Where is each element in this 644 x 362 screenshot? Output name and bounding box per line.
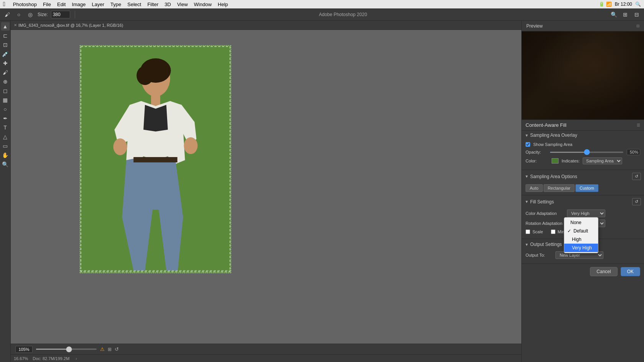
opacity-value[interactable]: 50% (627, 149, 640, 155)
dropdown-default[interactable]: Default (564, 227, 598, 235)
brush-tool[interactable]: 🖌 (1, 68, 10, 77)
preview-image-area (522, 31, 644, 120)
clone-tool[interactable]: ⊕ (1, 77, 10, 86)
menu-file[interactable]: File (40, 0, 54, 8)
hand-tool[interactable]: ✋ (1, 151, 10, 159)
custom-btn[interactable]: Custom (575, 184, 598, 192)
menu-type[interactable]: Type (107, 0, 124, 8)
dodge-tool[interactable]: ○ (1, 105, 10, 113)
tab-close-btn[interactable]: ✕ (14, 23, 17, 27)
color-adaptation-dropdown[interactable]: None Default High Very High (564, 217, 598, 253)
document-tab-bar: ✕ IMG_6343_плохой_фон.tif @ 16,7% (Layer… (11, 21, 521, 30)
zoom-fit-icon[interactable]: ⊞ (108, 347, 112, 352)
scale-label: Scale (532, 229, 543, 234)
gradient-tool[interactable]: ▦ (1, 96, 10, 104)
color-swatch[interactable] (552, 158, 559, 164)
rectangular-btn[interactable]: Rectangular (544, 184, 575, 192)
menu-3d[interactable]: 3D (161, 0, 174, 8)
search-icon[interactable]: 🔍 (635, 2, 641, 7)
menu-window[interactable]: Window (191, 0, 215, 8)
workspace-btn[interactable]: ⊞ (621, 10, 629, 19)
doc-info: Doc: 82.7M/199.2M (33, 356, 69, 361)
sampling-overlay-toggle: ▼ (525, 133, 529, 138)
shape-tool[interactable]: ▭ (1, 142, 10, 150)
main-area: ▲ ⊏ ⊡ 💉 ✚ 🖌 ⊕ ◻ ▦ ○ ✒ T △ ▭ ✋ 🔍 ✕ IMG_63… (0, 21, 644, 362)
mode-btn[interactable]: ○ (15, 10, 23, 19)
canvas-content[interactable]: 16.67% Doc: 82.7M/199.2M › ⚠ ⊞ ↺ (11, 30, 521, 362)
opacity-row: Opacity: 50% (526, 149, 640, 155)
eraser-tool[interactable]: ◻ (1, 87, 10, 95)
preview-panel-header: Preview ⊟ (522, 21, 644, 31)
divider-2 (522, 195, 644, 195)
preview-gradient (522, 31, 644, 120)
window-title: Adobe Photoshop 2020 (80, 12, 606, 17)
indicates-label: Indicates: (562, 159, 580, 163)
selection-tool[interactable]: ▲ (1, 22, 10, 31)
svg-rect-7 (133, 157, 177, 162)
output-settings-toggle: ▼ (525, 242, 529, 247)
lasso-tool[interactable]: ⊏ (1, 31, 10, 40)
sampling-options-toggle: ▼ (525, 174, 529, 179)
color-label: Color: (526, 159, 549, 163)
arrow-icon[interactable]: › (76, 356, 77, 361)
heal-tool[interactable]: ✚ (1, 59, 10, 67)
dropdown-none[interactable]: None (564, 218, 598, 227)
sampling-overlay-title: Sampling Area Overlay (530, 133, 577, 138)
rotation-adaptation-label: Rotation Adaptation (526, 221, 564, 226)
dropdown-high[interactable]: High (564, 235, 598, 244)
svg-point-5 (113, 138, 127, 155)
search-btn[interactable]: 🔍 (610, 10, 618, 19)
indicates-select[interactable]: Sampling Area Excluded Area (583, 157, 622, 164)
menu-bar:  Photoshop File Edit Image Layer Type S… (0, 0, 644, 8)
sampling-options-content: Auto Rectangular Custom (522, 182, 644, 194)
cancel-button[interactable]: Cancel (590, 267, 617, 276)
sampling-reset-btn[interactable]: ↺ (632, 173, 641, 180)
sampling-options-header: ▼ Sampling Area Options ↺ (522, 171, 644, 182)
type-tool[interactable]: T (1, 123, 10, 132)
color-adaptation-row: Color Adaptation None Default High Very … (526, 210, 640, 217)
ok-button[interactable]: OK (621, 267, 640, 276)
reset-zoom-icon[interactable]: ↺ (115, 346, 119, 352)
panel-options-icon[interactable]: ☰ (637, 123, 640, 127)
svg-point-6 (184, 137, 198, 154)
show-sampling-area-label: Show Sampling Area (533, 142, 572, 147)
zoom-tool[interactable]: 🔍 (1, 160, 10, 169)
pressure-btn[interactable]: ◎ (26, 10, 34, 19)
zoom-display: 16.67% (14, 356, 28, 361)
apple-menu[interactable]:  (3, 1, 5, 8)
document-tab-label[interactable]: IMG_6343_плохой_фон.tif @ 16,7% (Layer 1… (18, 23, 123, 28)
arrange-btn[interactable]: ⊟ (632, 10, 641, 19)
size-input[interactable] (51, 11, 70, 18)
dropdown-very-high[interactable]: Very High (564, 244, 598, 252)
crop-tool[interactable]: ⊡ (1, 41, 10, 49)
mirror-checkbox[interactable] (551, 229, 555, 234)
brush-tool-btn[interactable]: 🖌 (3, 10, 12, 19)
eyedropper-tool[interactable]: 💉 (1, 50, 10, 58)
menu-layer[interactable]: Layer (89, 0, 108, 8)
caf-panel-title: Content-Aware Fill (526, 122, 567, 128)
show-sampling-area-checkbox[interactable] (526, 142, 530, 147)
zoom-input[interactable] (15, 346, 33, 353)
menu-edit[interactable]: Edit (54, 0, 69, 8)
color-adaptation-select[interactable]: None Default High Very High (567, 210, 605, 217)
scale-checkbox[interactable] (526, 229, 530, 234)
options-bar: 🖌 ○ ◎ Size: Adobe Photoshop 2020 🔍 ⊞ ⊟ (0, 8, 644, 21)
menu-view[interactable]: View (174, 0, 191, 8)
menu-image[interactable]: Image (69, 0, 89, 8)
fill-settings-reset-btn[interactable]: ↺ (632, 198, 641, 205)
auto-btn[interactable]: Auto (526, 184, 543, 192)
zoom-slider[interactable] (36, 349, 97, 350)
preview-label: Preview (526, 23, 543, 29)
menu-photoshop[interactable]: Photoshop (10, 0, 40, 8)
system-icons: 🔋 📶 (599, 2, 611, 7)
opacity-slider[interactable] (550, 152, 624, 153)
path-tool[interactable]: △ (1, 133, 10, 141)
tools-panel: ▲ ⊏ ⊡ 💉 ✚ 🖌 ⊕ ◻ ▦ ○ ✒ T △ ▭ ✋ 🔍 (0, 21, 11, 362)
panel-expand-icon[interactable]: ⊟ (636, 24, 639, 28)
menu-select[interactable]: Select (124, 0, 144, 8)
menu-filter[interactable]: Filter (144, 0, 161, 8)
pen-tool[interactable]: ✒ (1, 114, 10, 123)
sampling-overlay-section-header[interactable]: ▼ Sampling Area Overlay (522, 131, 644, 140)
menu-help[interactable]: Help (215, 0, 231, 8)
fill-settings-content: Color Adaptation None Default High Very … (522, 207, 644, 238)
